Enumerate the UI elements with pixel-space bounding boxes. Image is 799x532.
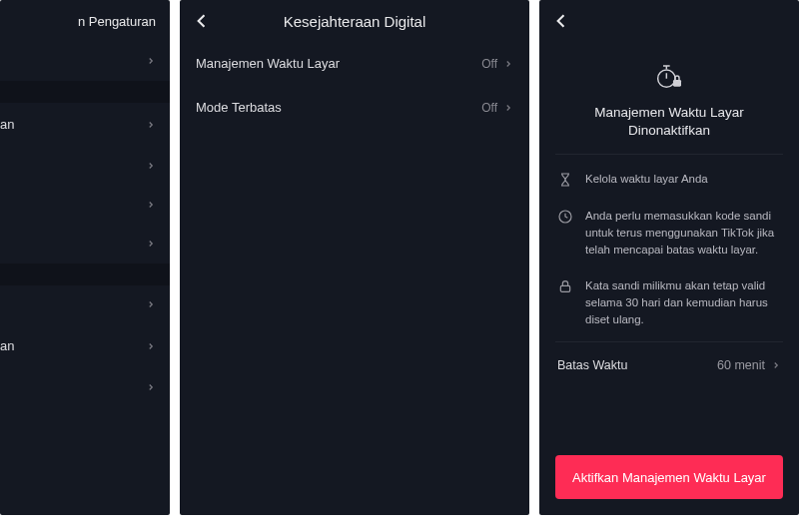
row-value: 60 menit xyxy=(717,358,765,372)
back-button[interactable] xyxy=(192,11,212,31)
row-screen-time-management[interactable]: Manajemen Waktu Layar Off xyxy=(180,42,529,86)
enable-screen-time-button[interactable]: Aktifkan Manajemen Waktu Layar xyxy=(555,455,783,499)
row-restricted-mode[interactable]: Mode Terbatas Off xyxy=(180,86,529,130)
row-label: Mode Terbatas xyxy=(196,100,282,115)
header: n Pengaturan xyxy=(0,0,170,42)
chevron-right-icon xyxy=(146,120,156,130)
row-label: Batas Waktu xyxy=(557,358,627,372)
info-list: Kelola waktu layar Anda Anda perlu memas… xyxy=(539,155,799,341)
phone-digital-wellbeing: Kesejahteraan Digital Manajemen Waktu La… xyxy=(180,0,529,515)
row-time-limit[interactable]: Batas Waktu 60 menit xyxy=(539,342,799,388)
row-value: Off xyxy=(481,101,497,115)
row-label: an xyxy=(0,117,14,132)
svg-rect-6 xyxy=(560,286,569,292)
chevron-right-icon xyxy=(503,59,513,69)
page-title: n Pengaturan xyxy=(78,14,156,29)
header xyxy=(539,0,799,42)
hero-title: Manajemen Waktu Layar Dinonaktifkan xyxy=(557,104,781,140)
row-label: Manajemen Waktu Layar xyxy=(196,56,340,71)
info-item: Kata sandi milikmu akan tetap valid sela… xyxy=(557,267,781,337)
phone-settings-privacy: n Pengaturan an an xyxy=(0,0,170,515)
info-text: Anda perlu memasukkan kode sandi untuk t… xyxy=(585,208,781,258)
info-item: Anda perlu memasukkan kode sandi untuk t… xyxy=(557,198,781,267)
settings-row[interactable] xyxy=(0,186,170,225)
chevron-right-icon xyxy=(503,103,513,113)
back-button[interactable] xyxy=(551,11,571,31)
settings-row[interactable]: an xyxy=(0,324,170,368)
hero-section: Manajemen Waktu Layar Dinonaktifkan xyxy=(539,42,799,154)
chevron-right-icon xyxy=(146,161,156,171)
lock-icon xyxy=(557,278,573,294)
chevron-right-icon xyxy=(146,299,156,309)
settings-row[interactable] xyxy=(0,42,170,81)
settings-row[interactable] xyxy=(0,225,170,264)
chevron-right-icon xyxy=(146,341,156,351)
chevron-right-icon xyxy=(146,382,156,392)
settings-row[interactable] xyxy=(0,368,170,407)
phone-screen-time-detail: Manajemen Waktu Layar Dinonaktifkan Kelo… xyxy=(539,0,799,515)
clock-icon xyxy=(557,209,573,225)
row-label: an xyxy=(0,338,14,353)
settings-row[interactable] xyxy=(0,285,170,324)
chevron-left-icon xyxy=(551,11,571,31)
info-text: Kelola waktu layar Anda xyxy=(585,171,781,188)
chevron-right-icon xyxy=(771,360,781,370)
settings-row[interactable]: an xyxy=(0,103,170,147)
row-value: Off xyxy=(481,57,497,71)
timer-lock-icon xyxy=(653,60,685,92)
settings-row[interactable] xyxy=(0,147,170,186)
hourglass-icon xyxy=(557,172,573,188)
chevron-right-icon xyxy=(146,56,156,66)
button-label: Aktifkan Manajemen Waktu Layar xyxy=(572,470,766,485)
page-title: Kesejahteraan Digital xyxy=(180,13,529,30)
chevron-right-icon xyxy=(146,200,156,210)
info-item: Kelola waktu layar Anda xyxy=(557,161,781,198)
svg-rect-4 xyxy=(673,80,681,87)
header: Kesejahteraan Digital xyxy=(180,0,529,42)
svg-point-0 xyxy=(658,70,675,87)
info-text: Kata sandi milikmu akan tetap valid sela… xyxy=(585,277,781,327)
chevron-right-icon xyxy=(146,239,156,249)
chevron-left-icon xyxy=(192,11,212,31)
three-phone-layout: n Pengaturan an an xyxy=(0,0,799,532)
